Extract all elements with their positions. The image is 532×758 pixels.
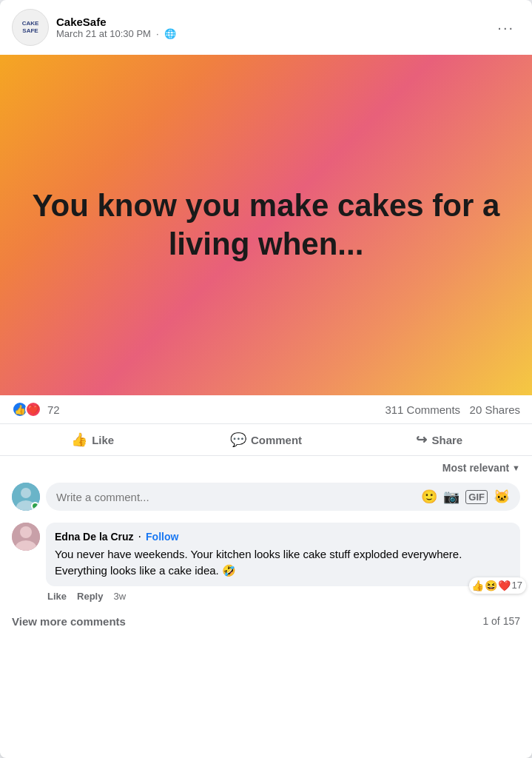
reaction-count[interactable]: 72 [47, 403, 60, 416]
love-reaction-icon: ❤️ [25, 401, 41, 417]
emoji-icon[interactable]: 🙂 [421, 489, 437, 505]
comment-input-icons: 🙂 📷 GIF 🐱 [421, 489, 510, 505]
sort-row: Most relevant ▼ [0, 456, 532, 480]
comment-author-line: Edna De la Cruz · Follow [55, 530, 511, 543]
comment-text: You never have weekends. Your kitchen lo… [55, 548, 462, 577]
post-author-name[interactable]: CakeSafe [56, 16, 176, 28]
share-icon: ↪ [416, 432, 427, 448]
shares-count[interactable]: 20 Shares [470, 403, 520, 416]
comment-love-icon: ❤️ [498, 579, 511, 592]
comment-like-button[interactable]: Like [47, 591, 67, 602]
svg-point-4 [20, 526, 32, 538]
post-timestamp: March 21 at 10:30 PM · 🌐 [56, 28, 176, 39]
sort-button[interactable]: Most relevant ▼ [442, 462, 520, 474]
commenter-avatar [12, 523, 40, 551]
comment-bubble: Edna De la Cruz · Follow You never have … [46, 523, 520, 586]
reactions-bar: 👍 ❤️ 72 311 Comments 20 Shares [0, 395, 532, 424]
like-icon: 👍 [71, 432, 87, 448]
comments-count[interactable]: 311 Comments [385, 403, 460, 416]
comment-time: 3w [113, 591, 126, 602]
share-button[interactable]: ↪ Share [353, 426, 526, 454]
comment-actions: Like Reply 3w [46, 591, 520, 602]
comment-button[interactable]: 💬 Comment [179, 426, 352, 454]
view-more-comments-button[interactable]: View more comments [12, 615, 126, 628]
comment-laugh-icon: 😆 [485, 579, 498, 592]
reaction-icons: 👍 ❤️ [12, 401, 41, 417]
post-meta: CakeSafe March 21 at 10:30 PM · 🌐 [56, 16, 176, 39]
post-footer: View more comments 1 of 157 [0, 608, 532, 640]
gif-icon[interactable]: GIF [465, 490, 488, 504]
comment-like-icon: 👍 [471, 579, 485, 592]
reactions-right: 311 Comments 20 Shares [385, 403, 520, 416]
comment-reactions: 👍 😆 ❤️ 17 [469, 577, 526, 594]
post-card: CAKE SAFE CakeSafe March 21 at 10:30 PM … [0, 0, 532, 758]
action-buttons: 👍 Like 💬 Comment ↪ Share [0, 424, 532, 456]
post-header: CAKE SAFE CakeSafe March 21 at 10:30 PM … [0, 0, 532, 55]
comment-row: Edna De la Cruz · Follow You never have … [0, 520, 532, 608]
comment-reaction-count: 17 [512, 580, 522, 591]
sticker-icon[interactable]: 🐱 [494, 489, 510, 505]
page-count: 1 of 157 [482, 615, 520, 627]
chevron-down-icon: ▼ [512, 463, 520, 472]
camera-icon[interactable]: 📷 [443, 489, 459, 505]
comment-icon: 💬 [230, 432, 246, 448]
comment-reply-button[interactable]: Reply [77, 591, 103, 602]
separator-dot: · [138, 530, 141, 543]
comment-input-wrap[interactable]: 🙂 📷 GIF 🐱 [46, 483, 520, 511]
post-header-left: CAKE SAFE CakeSafe March 21 at 10:30 PM … [12, 9, 176, 46]
follow-button[interactable]: Follow [146, 531, 178, 543]
commenter-avatar-image [12, 523, 40, 551]
comment-author-name[interactable]: Edna De la Cruz [55, 531, 134, 543]
svg-point-1 [21, 488, 31, 498]
page-avatar[interactable]: CAKE SAFE [12, 9, 49, 46]
comment-input-row: 🙂 📷 GIF 🐱 [0, 480, 532, 520]
current-user-avatar [12, 483, 40, 511]
comment-reaction-icons: 👍 😆 ❤️ [471, 579, 511, 592]
globe-icon: 🌐 [164, 28, 176, 39]
page-logo: CAKE SAFE [22, 20, 39, 34]
reactions-left: 👍 ❤️ 72 [12, 401, 60, 417]
post-image: You know you make cakes for a living whe… [0, 55, 532, 395]
more-options-button[interactable]: ··· [491, 16, 520, 39]
like-button[interactable]: 👍 Like [6, 426, 179, 454]
comment-input[interactable] [56, 491, 415, 503]
post-image-text: You know you make cakes for a living whe… [33, 187, 500, 264]
online-indicator [31, 502, 39, 510]
